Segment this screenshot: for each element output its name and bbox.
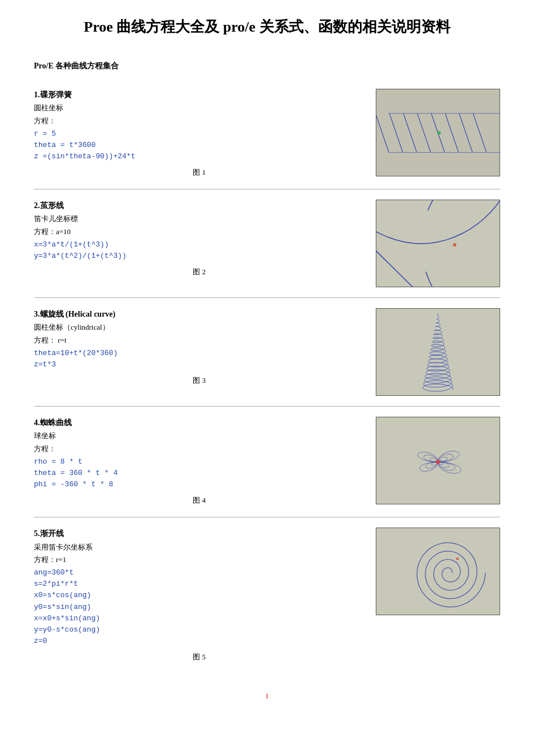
section-image-s2 (376, 200, 500, 287)
page-title: Proe 曲线方程大全及 pro/e 关系式、函数的相关说明资料 (34, 17, 500, 37)
section-coord-s2: 笛卡儿坐标標 (34, 213, 364, 225)
section-intro-s5: 方程：r=1 (34, 554, 364, 566)
section-name-s4: 4.蜘蛛曲线 (34, 417, 364, 429)
section-text-s2: 2.茧形线笛卡儿坐标標方程：a=10x=3*a*t/(1+(t^3)) y=3*… (34, 200, 364, 278)
section-text-s3: 3.螺旋线 (Helical curve)圆柱坐标（cylindrical）方程… (34, 308, 364, 387)
section-equations-s5: ang=360*t s=2*pi*r*t x0=s*cos(ang) y0=s*… (34, 567, 364, 647)
svg-point-17 (437, 131, 441, 135)
svg-rect-18 (376, 200, 499, 287)
fig-label-s4: 图 4 (34, 495, 364, 507)
section-intro-s1: 方程： (34, 115, 364, 127)
section-equations-s2: x=3*a*t/(1+(t^3)) y=3*a*(t^2)/(1+(t^3)) (34, 239, 364, 262)
fig-label-s5: 图 5 (34, 651, 364, 663)
section-name-s5: 5.渐开线 (34, 528, 364, 540)
section-name-s2: 2.茧形线 (34, 200, 364, 212)
section-name-s1: 1.碟形弹簧 (34, 89, 364, 101)
section-coord-s1: 圆柱坐标 (34, 102, 364, 114)
section-coord-s4: 球坐标 (34, 430, 364, 442)
section-image-s5 (376, 528, 500, 615)
section-coord-s3: 圆柱坐标（cylindrical） (34, 322, 364, 334)
section-intro-s4: 方程： (34, 443, 364, 455)
svg-point-22 (436, 460, 440, 464)
fig-label-s3: 图 3 (34, 375, 364, 387)
section-image-s1 (376, 89, 500, 176)
section-image-s4 (376, 417, 500, 504)
section-equations-s3: theta=10+t*(20*360) z=t*3 (34, 348, 364, 370)
svg-point-19 (453, 243, 457, 247)
section-s2: 2.茧形线笛卡儿坐标標方程：a=10x=3*a*t/(1+(t^3)) y=3*… (34, 189, 500, 297)
fig-label-s1: 图 1 (34, 167, 364, 179)
fig-label-s2: 图 2 (34, 266, 364, 278)
page-number: 1 (34, 690, 500, 702)
svg-point-24 (456, 558, 459, 560)
section-image-s3 (376, 308, 500, 396)
section-text-s4: 4.蜘蛛曲线球坐标方程：rho = 8 * t theta = 360 * t … (34, 417, 364, 507)
section-s3: 3.螺旋线 (Helical curve)圆柱坐标（cylindrical）方程… (34, 297, 500, 406)
section-intro-s2: 方程：a=10 (34, 226, 364, 238)
pro-e-header: Pro/E 各种曲线方程集合 (34, 60, 500, 72)
section-intro-s3: 方程： r=t (34, 335, 364, 347)
section-text-s5: 5.渐开线采用笛卡尔坐标系方程：r=1ang=360*t s=2*pi*r*t … (34, 528, 364, 663)
section-s4: 4.蜘蛛曲线球坐标方程：rho = 8 * t theta = 360 * t … (34, 406, 500, 517)
section-equations-s1: r = 5 theta = t*3600 z =(sin*theta-90))+… (34, 128, 364, 162)
section-s5: 5.渐开线采用笛卡尔坐标系方程：r=1ang=360*t s=2*pi*r*t … (34, 517, 500, 673)
section-equations-s4: rho = 8 * t theta = 360 * t * 4 phi = -3… (34, 456, 364, 490)
section-s1: 1.碟形弹簧圆柱坐标方程：r = 5 theta = t*3600 z =(si… (34, 79, 500, 189)
section-text-s1: 1.碟形弹簧圆柱坐标方程：r = 5 theta = t*3600 z =(si… (34, 89, 364, 179)
svg-rect-23 (376, 528, 499, 615)
section-coord-s5: 采用笛卡尔坐标系 (34, 542, 364, 554)
section-name-s3: 3.螺旋线 (Helical curve) (34, 308, 364, 321)
